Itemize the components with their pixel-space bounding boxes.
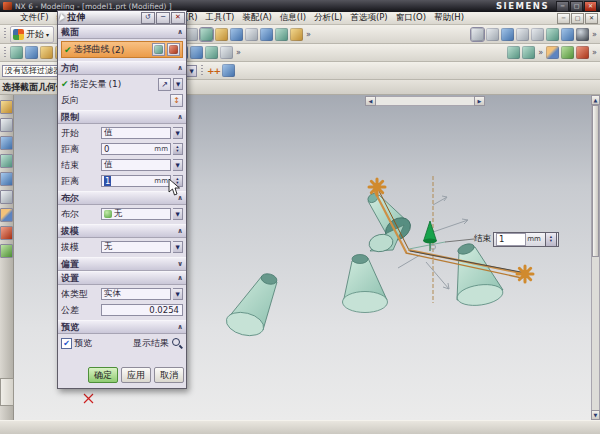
start-distance-spinner[interactable]: ▴ ▾ <box>173 143 183 155</box>
vertical-scrollbar[interactable]: ▲ ▼ <box>591 95 600 420</box>
curve-rule-icon[interactable] <box>152 43 165 56</box>
onscreen-spinner[interactable]: ▴ ▾ <box>545 232 557 247</box>
constraint-navigator-icon[interactable] <box>0 118 13 132</box>
menu-window[interactable]: 窗口(O) <box>392 12 430 24</box>
intersect-icon[interactable] <box>205 46 218 59</box>
offset-group-header[interactable]: 偏置 ∨ <box>58 257 186 271</box>
history-icon[interactable] <box>0 190 13 204</box>
overflow-chevron-icon[interactable]: » <box>537 48 544 57</box>
boolean-dropdown-icon[interactable]: ▼ <box>173 208 183 220</box>
assembly-navigator-icon[interactable] <box>0 100 13 114</box>
child-close-button[interactable]: ✕ <box>585 13 598 24</box>
lasso-icon[interactable] <box>275 28 288 41</box>
overflow-chevron-icon[interactable]: » <box>591 30 598 39</box>
menu-help[interactable]: 帮助(H) <box>430 12 468 24</box>
menu-analysis[interactable]: 分析(L) <box>310 12 346 24</box>
end-option-combo[interactable]: 值 <box>101 159 171 171</box>
apply-button[interactable]: 应用 <box>121 367 151 383</box>
maximize-button[interactable]: ▢ <box>570 1 583 12</box>
collapse-icon[interactable]: ∧ <box>177 113 183 121</box>
deselect-icon[interactable] <box>245 28 258 41</box>
collapse-icon[interactable]: ∧ <box>177 323 183 331</box>
pan-view-icon[interactable] <box>546 28 559 41</box>
collapse-icon[interactable]: ∧ <box>177 28 183 36</box>
spin-down-icon[interactable]: ▾ <box>176 149 178 153</box>
specify-vector-row[interactable]: ✔ 指定矢量 (1) ↗ ▼ <box>61 77 183 91</box>
start-option-combo[interactable]: 值 <box>101 127 171 139</box>
minimize-button[interactable]: ─ <box>556 1 569 12</box>
onscreen-value-input[interactable]: 1 <box>496 233 526 246</box>
toolbar-grip[interactable] <box>4 28 6 40</box>
child-minimize-button[interactable]: ─ <box>557 13 570 24</box>
perspective-icon[interactable] <box>561 28 574 41</box>
child-restore-button[interactable]: ▢ <box>571 13 584 24</box>
collapse-icon[interactable]: ∧ <box>177 64 183 72</box>
shell-icon[interactable] <box>220 46 233 59</box>
limits-group-header[interactable]: 限制 ∧ <box>58 110 186 124</box>
draft-combo[interactable]: 无 <box>101 241 171 253</box>
settings-group-header[interactable]: 设置 ∧ <box>58 271 186 285</box>
boolean-group-header[interactable]: 布尔 ∧ <box>58 191 186 205</box>
end-distance-input[interactable]: 1 mm <box>101 175 171 187</box>
follow-fillet-icon[interactable] <box>222 64 235 77</box>
overflow-chevron-icon[interactable]: » <box>591 48 598 57</box>
curve-rule-dropdown-icon[interactable]: ▼ <box>187 65 197 77</box>
fill-view-icon[interactable] <box>486 28 499 41</box>
collapse-icon[interactable]: ∧ <box>177 274 183 282</box>
cancel-button[interactable]: 取消 <box>154 367 184 383</box>
menu-file[interactable]: 文件(F) <box>16 12 53 24</box>
dialog-minimize-icon[interactable]: ─ <box>156 12 170 24</box>
highlight-icon[interactable] <box>230 28 243 41</box>
sew-icon[interactable] <box>561 46 574 59</box>
boolean-combo[interactable]: 无 <box>101 208 171 220</box>
horizontal-scrollbar[interactable]: ◀ ▶ <box>365 96 485 106</box>
stop-at-intersection-icon[interactable]: ++ <box>207 66 220 76</box>
scroll-track[interactable] <box>376 96 474 106</box>
wave-link-icon[interactable] <box>546 46 559 59</box>
preview-checkbox[interactable]: ✔ <box>61 338 72 349</box>
scroll-track[interactable] <box>591 105 600 410</box>
start-menu-button[interactable]: 开始 ▾ <box>10 26 54 43</box>
start-option-dropdown-icon[interactable]: ▼ <box>173 127 183 139</box>
dialog-close-icon[interactable]: ✕ <box>171 12 185 24</box>
toolbar-grip[interactable] <box>201 65 203 77</box>
body-type-combo[interactable]: 实体 <box>101 288 171 300</box>
close-button[interactable]: ✕ <box>584 1 597 12</box>
reverse-direction-icon[interactable]: ↕ <box>170 94 183 107</box>
pick-filter-icon[interactable] <box>200 28 213 41</box>
scroll-right-icon[interactable]: ▶ <box>474 96 485 106</box>
menu-assemblies[interactable]: 装配(A) <box>238 12 275 24</box>
scroll-up-icon[interactable]: ▲ <box>591 95 600 105</box>
collapse-icon[interactable]: ∧ <box>177 227 183 235</box>
sketch-icon[interactable] <box>25 46 38 59</box>
vector-dropdown-icon[interactable]: ▼ <box>173 78 183 90</box>
trim-body-icon[interactable] <box>507 46 520 59</box>
tolerance-input[interactable]: 0.0254 <box>101 304 183 316</box>
system-materials-icon[interactable] <box>0 208 13 222</box>
dialog-title-bar[interactable]: 拉伸 ↺ ─ ✕ <box>58 11 186 25</box>
class-selection-icon[interactable] <box>290 28 303 41</box>
shaded-view-icon[interactable] <box>576 28 589 41</box>
vector-constructor-icon[interactable]: ↗ <box>158 78 171 91</box>
overflow-chevron-icon[interactable]: » <box>235 48 242 57</box>
overflow-chevron-icon[interactable]: » <box>305 30 312 39</box>
fit-view-icon[interactable] <box>501 28 514 41</box>
draft-group-header[interactable]: 拔模 ∧ <box>58 224 186 238</box>
roles-icon[interactable] <box>0 226 13 240</box>
show-result-magnifier-icon[interactable] <box>171 337 183 349</box>
resource-tab[interactable] <box>0 378 14 406</box>
sketch-section-icon[interactable] <box>167 43 180 56</box>
direction-group-header[interactable]: 方向 ∧ <box>58 61 186 75</box>
start-distance-input[interactable]: 0 mm <box>101 143 171 155</box>
scroll-left-icon[interactable]: ◀ <box>365 96 376 106</box>
datum-plane-icon[interactable] <box>10 46 23 59</box>
web-browser-icon[interactable] <box>0 172 13 186</box>
selection-filter-combo[interactable]: 没有选择过滤器 <box>2 65 58 77</box>
datum-pick-icon[interactable] <box>215 28 228 41</box>
subtract-icon[interactable] <box>190 46 203 59</box>
ok-button[interactable]: 确定 <box>88 367 118 383</box>
spin-down-icon[interactable]: ▾ <box>550 239 552 243</box>
scroll-thumb[interactable] <box>592 105 599 257</box>
collapse-icon[interactable]: ∨ <box>177 260 183 268</box>
part-navigator-icon[interactable] <box>0 136 13 150</box>
